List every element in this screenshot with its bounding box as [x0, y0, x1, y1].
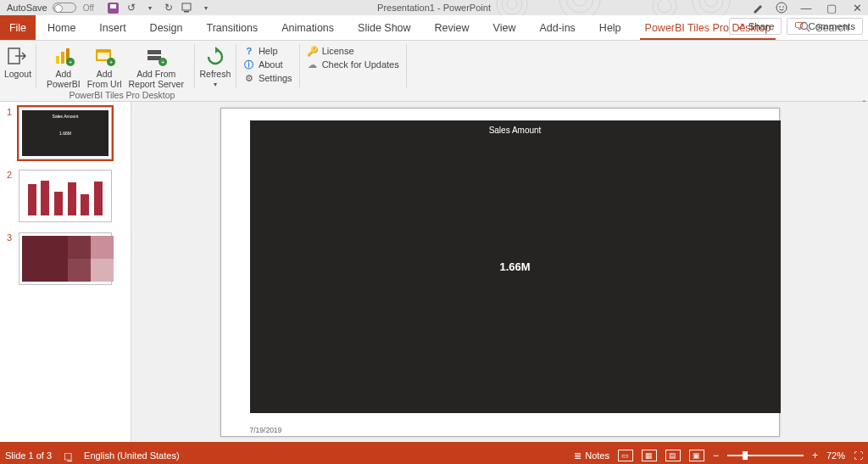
slideshow-view-icon[interactable]: ▣: [689, 450, 704, 461]
fit-to-window-icon[interactable]: ⛶: [854, 450, 863, 461]
tab-transitions[interactable]: Transitions: [195, 15, 270, 40]
sorter-view-icon[interactable]: ▦: [642, 450, 657, 461]
license-label: License: [322, 46, 354, 56]
check-updates-label: Check for Updates: [322, 59, 399, 70]
slide-thumbnail-3[interactable]: [19, 232, 112, 285]
zoom-slider[interactable]: [727, 455, 804, 456]
zoom-percent[interactable]: 72%: [826, 450, 845, 461]
spellcheck-icon[interactable]: □̲: [64, 450, 72, 461]
file-tab[interactable]: File: [0, 15, 36, 40]
url-icon: +: [92, 45, 116, 67]
qat-dropdown-icon[interactable]: ▾: [200, 2, 212, 14]
reading-view-icon[interactable]: ▤: [665, 450, 681, 461]
refresh-button[interactable]: Refresh ▾: [197, 43, 235, 90]
normal-view-icon[interactable]: ▭: [618, 450, 633, 461]
svg-point-14: [779, 6, 781, 8]
svg-rect-29: [147, 56, 161, 60]
tab-animations[interactable]: Animations: [270, 15, 346, 40]
autosave-label: AutoSave: [7, 3, 47, 13]
key-icon: 🔑: [307, 45, 319, 57]
help-button[interactable]: ?Help: [243, 45, 292, 57]
svg-rect-19: [56, 56, 59, 64]
tab-design[interactable]: Design: [138, 15, 195, 40]
ink-icon[interactable]: [751, 1, 765, 14]
minimize-button[interactable]: —: [798, 2, 814, 14]
logout-label: Logout: [4, 69, 31, 79]
add-from-rs-label: Add From Report Server: [129, 69, 184, 89]
share-button[interactable]: ↗Share: [729, 18, 782, 35]
tile-title: Sales Amount: [250, 120, 781, 135]
svg-point-3: [502, 0, 522, 14]
settings-button[interactable]: ⚙Settings: [243, 72, 292, 84]
undo-dropdown-icon[interactable]: ▾: [144, 2, 156, 14]
about-label: About: [259, 59, 283, 70]
tab-insert[interactable]: Insert: [87, 15, 137, 40]
comments-button[interactable]: 🗨Comments: [787, 18, 863, 35]
add-from-url-button[interactable]: + Add From Url: [84, 43, 125, 91]
add-powerbi-button[interactable]: + Add PowerBI: [43, 43, 84, 91]
svg-point-11: [699, 0, 723, 13]
add-powerbi-label: Add PowerBI: [47, 69, 81, 89]
add-from-report-server-button[interactable]: + Add From Report Server: [125, 43, 187, 91]
gear-icon: ⚙: [243, 72, 255, 84]
cloud-icon: ☁: [307, 59, 319, 70]
share-icon: ↗: [737, 20, 745, 32]
redo-icon[interactable]: ↻: [163, 2, 175, 14]
powerbi-icon: +: [52, 45, 75, 67]
svg-rect-0: [182, 3, 191, 10]
svg-point-15: [782, 6, 784, 8]
account-icon[interactable]: [775, 1, 788, 14]
tab-addins[interactable]: Add-ins: [527, 15, 587, 40]
undo-icon[interactable]: ↺: [125, 2, 137, 14]
thumb1-title: Sales Amount: [22, 114, 108, 119]
svg-point-12: [705, 0, 717, 7]
svg-rect-25: [97, 53, 109, 59]
svg-rect-28: [147, 50, 161, 54]
tab-help[interactable]: Help: [587, 15, 633, 40]
window-title: Presentation1 - PowerPoint: [377, 3, 491, 13]
svg-text:+: +: [69, 59, 73, 66]
thumb1-value: 1.66M: [59, 131, 71, 136]
license-button[interactable]: 🔑License: [307, 45, 399, 57]
powerbi-tile[interactable]: Sales Amount 1.66M: [250, 120, 781, 413]
refresh-label: Refresh: [200, 69, 231, 79]
logout-icon: [6, 45, 30, 67]
check-updates-button[interactable]: ☁Check for Updates: [307, 59, 399, 70]
start-from-beginning-icon[interactable]: [181, 2, 193, 14]
notes-button[interactable]: ≣Notes: [574, 450, 609, 461]
svg-rect-1: [184, 11, 189, 13]
zoom-out-button[interactable]: −: [713, 450, 719, 461]
info-icon: ⓘ: [243, 59, 255, 70]
tab-review[interactable]: Review: [423, 15, 481, 40]
refresh-icon: [203, 45, 227, 67]
svg-text:+: +: [109, 59, 114, 66]
thumb-number: 3: [7, 232, 14, 243]
comments-label: Comments: [808, 21, 855, 31]
collapse-ribbon-icon[interactable]: ˆ: [863, 100, 865, 109]
notes-label: Notes: [585, 450, 609, 461]
svg-point-4: [507, 0, 517, 9]
tab-view[interactable]: View: [481, 15, 528, 40]
slide-thumbnail-1[interactable]: Sales Amount1.66M: [19, 107, 112, 159]
slide[interactable]: Sales Amount 1.66M 7/19/2019: [220, 108, 780, 437]
language-status[interactable]: English (United States): [84, 450, 180, 461]
report-server-icon: +: [144, 45, 168, 67]
save-icon[interactable]: [108, 3, 119, 14]
tab-home[interactable]: Home: [36, 15, 87, 40]
tab-slideshow[interactable]: Slide Show: [346, 15, 423, 40]
svg-point-6: [566, 0, 593, 13]
slide-thumbnail-2[interactable]: [19, 170, 112, 222]
slide-canvas: ˆ Sales Amount 1.66M 7/19/2019: [131, 102, 868, 442]
refresh-dropdown-icon: ▾: [214, 81, 217, 88]
logout-button[interactable]: Logout: [1, 43, 35, 81]
settings-label: Settings: [259, 73, 292, 83]
zoom-in-button[interactable]: +: [812, 450, 818, 461]
thumb-number: 1: [7, 107, 14, 117]
about-button[interactable]: ⓘAbout: [243, 59, 292, 70]
share-label: Share: [748, 21, 775, 31]
close-button[interactable]: ✕: [849, 2, 865, 14]
maximize-button[interactable]: ▢: [824, 2, 839, 14]
autosave-state: Off: [83, 3, 94, 13]
autosave-toggle[interactable]: [53, 3, 76, 13]
help-label: Help: [259, 46, 278, 56]
